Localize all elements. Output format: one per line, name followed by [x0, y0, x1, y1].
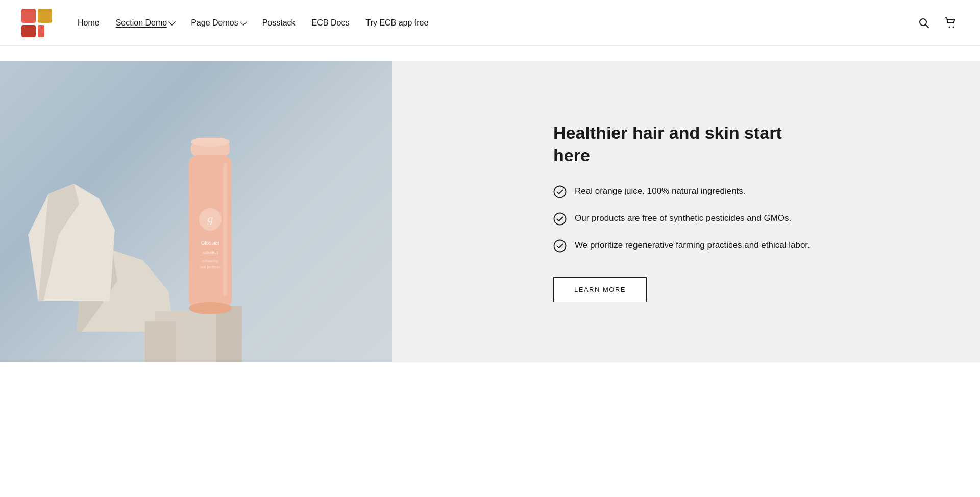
feature-text-2: Our products are free of synthetic pesti… — [575, 212, 791, 225]
cart-icon — [944, 16, 958, 30]
nav-page-demos[interactable]: Page Demos — [191, 18, 246, 28]
svg-point-7 — [953, 26, 954, 28]
feature-list: Real orange juice. 100% natural ingredie… — [553, 185, 819, 253]
svg-text:skin perfector: skin perfector — [200, 265, 222, 269]
header-right — [916, 14, 960, 32]
feature-text-1: Real orange juice. 100% natural ingredie… — [575, 185, 746, 198]
svg-text:solution: solution — [202, 250, 218, 255]
svg-rect-0 — [21, 9, 36, 23]
nav-ecb-docs[interactable]: ECB Docs — [312, 18, 350, 28]
hero-section: g Glossier solution exfoliating skin per… — [0, 61, 980, 362]
svg-rect-2 — [21, 25, 36, 37]
hero-title: Healthier hair and skin start here — [553, 121, 819, 166]
chevron-down-icon — [168, 18, 176, 26]
svg-rect-3 — [38, 25, 44, 37]
cart-button[interactable] — [942, 14, 960, 32]
nav-home[interactable]: Home — [78, 18, 100, 28]
nav-section-demo[interactable]: Section Demo — [116, 18, 175, 28]
feature-item-3: We prioritize regenerative farming pract… — [553, 239, 819, 253]
svg-text:exfoliating: exfoliating — [202, 259, 218, 263]
chevron-down-icon — [240, 18, 247, 26]
rock-left-svg — [28, 184, 120, 301]
svg-point-19 — [189, 302, 232, 314]
svg-rect-1 — [38, 9, 52, 23]
learn-more-button[interactable]: LEARN MORE — [553, 277, 647, 302]
search-icon — [918, 17, 930, 29]
feature-text-3: We prioritize regenerative farming pract… — [575, 239, 810, 252]
header-left: Home Section Demo Page Demos Posstack EC… — [20, 8, 428, 38]
svg-point-27 — [554, 186, 566, 198]
search-button[interactable] — [916, 15, 932, 31]
feature-item-2: Our products are free of synthetic pesti… — [553, 212, 819, 226]
check-circle-icon-2 — [553, 212, 567, 226]
svg-rect-9 — [145, 321, 176, 362]
svg-point-28 — [554, 213, 566, 225]
main-nav: Home Section Demo Page Demos Posstack EC… — [78, 18, 428, 28]
check-circle-icon-3 — [553, 239, 567, 253]
check-circle-icon-1 — [553, 185, 567, 198]
svg-point-29 — [554, 240, 566, 252]
svg-text:g: g — [208, 212, 213, 225]
hero-image: g Glossier solution exfoliating skin per… — [0, 61, 392, 362]
hero-content-side: Healthier hair and skin start here Real … — [392, 61, 980, 362]
product-bottle-svg: g Glossier solution exfoliating skin per… — [175, 138, 246, 332]
svg-text:Glossier: Glossier — [201, 240, 220, 246]
site-header: Home Section Demo Page Demos Posstack EC… — [0, 0, 980, 46]
hero-content: Healthier hair and skin start here Real … — [553, 121, 819, 302]
svg-point-6 — [949, 26, 950, 28]
logo[interactable] — [20, 8, 57, 38]
feature-item-1: Real orange juice. 100% natural ingredie… — [553, 185, 819, 198]
svg-rect-26 — [223, 163, 227, 296]
nav-posstack[interactable]: Posstack — [262, 18, 296, 28]
nav-try-ecb[interactable]: Try ECB app free — [365, 18, 428, 28]
svg-line-5 — [926, 24, 929, 28]
main-content: g Glossier solution exfoliating skin per… — [0, 46, 980, 362]
